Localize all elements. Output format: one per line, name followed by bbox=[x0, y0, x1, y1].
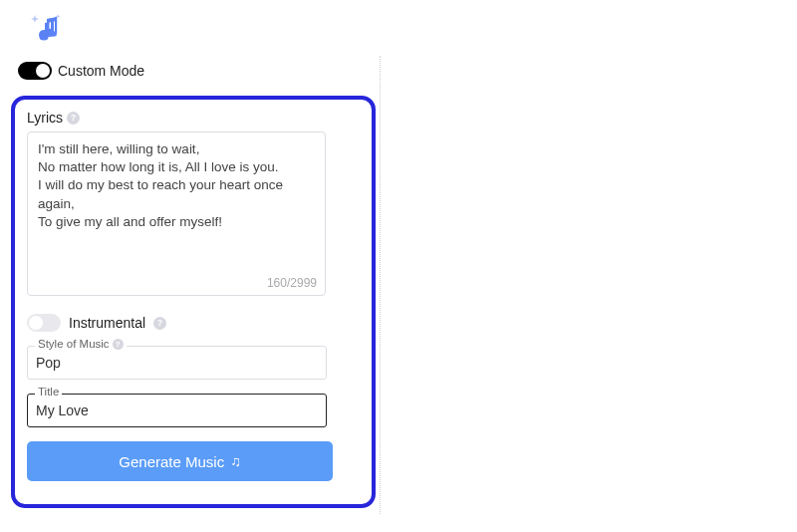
style-label-row: Style of Music ? bbox=[35, 338, 127, 350]
lyrics-label-row: Lyrics ? bbox=[27, 110, 360, 126]
app-logo-music-icon bbox=[28, 12, 64, 52]
toggle-knob bbox=[29, 316, 43, 330]
help-icon[interactable]: ? bbox=[113, 339, 124, 350]
title-input[interactable] bbox=[27, 394, 327, 427]
lyrics-char-count: 160/2999 bbox=[267, 276, 317, 290]
custom-mode-toggle[interactable] bbox=[18, 62, 52, 80]
lyrics-textarea[interactable]: I'm still here, willing to wait, No matt… bbox=[38, 140, 315, 270]
lyrics-label: Lyrics bbox=[27, 110, 63, 126]
title-label-row: Title bbox=[35, 386, 62, 398]
instrumental-label: Instrumental bbox=[69, 315, 145, 331]
form-panel: Lyrics ? I'm still here, willing to wait… bbox=[11, 96, 376, 508]
style-field: Style of Music ? bbox=[27, 346, 327, 380]
help-icon[interactable]: ? bbox=[67, 112, 80, 125]
custom-mode-label: Custom Mode bbox=[58, 63, 144, 79]
vertical-divider bbox=[380, 56, 381, 514]
generate-music-button[interactable]: Generate Music ♫ bbox=[27, 441, 333, 481]
style-label: Style of Music bbox=[38, 338, 110, 350]
help-icon[interactable]: ? bbox=[153, 317, 166, 330]
style-input[interactable] bbox=[27, 346, 327, 380]
music-note-icon: ♫ bbox=[230, 453, 241, 469]
instrumental-toggle[interactable] bbox=[27, 314, 61, 332]
title-label: Title bbox=[38, 386, 59, 398]
toggle-knob bbox=[36, 64, 50, 78]
title-field: Title bbox=[27, 394, 327, 427]
generate-label: Generate Music bbox=[119, 453, 224, 470]
lyrics-input-box[interactable]: I'm still here, willing to wait, No matt… bbox=[27, 132, 326, 296]
